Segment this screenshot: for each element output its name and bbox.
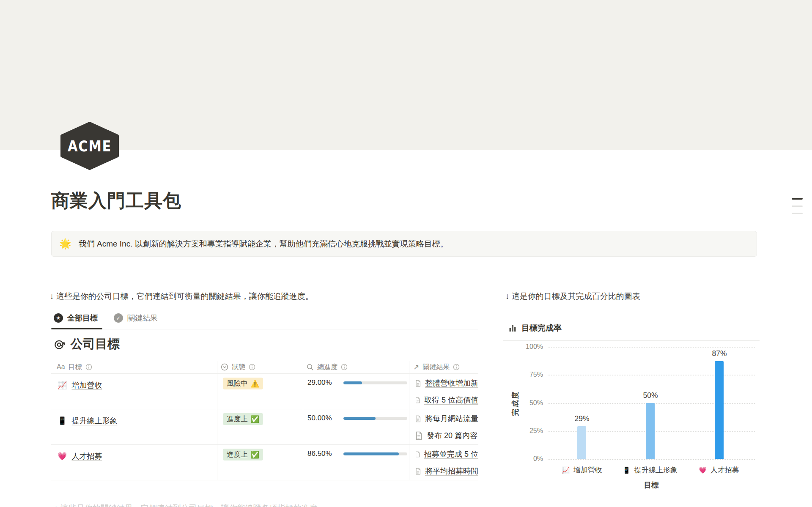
bar-value-label: 50% <box>634 391 667 400</box>
y-tick: 25% <box>495 426 543 436</box>
cover-image <box>0 0 812 150</box>
chart-increasing-emoji: 📈 <box>562 466 570 474</box>
progress-percent: 50.00% <box>307 414 337 422</box>
goal-page-link[interactable]: 人才招募 <box>71 451 102 461</box>
logo-text: ACME <box>68 137 112 155</box>
tab-all-goals[interactable]: ★ 全部目標 <box>51 311 101 327</box>
target-arrow-icon <box>54 338 66 350</box>
progress-cell: 29.00% <box>307 378 407 387</box>
page-icon <box>415 379 421 388</box>
mobile-phone-emoji: 📱 <box>623 466 631 474</box>
key-result-link[interactable]: 將每月網站流量 <box>415 412 478 425</box>
left-intro-text: ↓ 這些是你的公司目標，它們連結到可衡量的關鍵結果，讓你能追蹤進度。 <box>50 291 313 302</box>
category-text: 增加營收 <box>573 465 602 475</box>
right-intro-text: ↓ 這是你的目標及其完成百分比的圖表 <box>505 291 640 302</box>
info-icon[interactable] <box>249 364 255 370</box>
progress-cell: 86.50% <box>307 449 407 458</box>
growing-heart-emoji: 💗 <box>58 452 67 461</box>
status-badge[interactable]: 風險中 ⚠️ <box>223 378 263 389</box>
bar-value-label: 87% <box>702 349 736 358</box>
chart-divider <box>503 340 760 341</box>
key-result-link[interactable]: 整體營收增加新 <box>415 377 478 389</box>
key-result-link[interactable]: 發布 20 篇內容 <box>415 429 478 442</box>
outline-item[interactable] <box>792 198 803 200</box>
status-label: 進度上 <box>227 414 248 424</box>
key-result-link[interactable]: 取得 5 位高價值 <box>415 394 478 406</box>
bar-goal-2 <box>646 403 655 459</box>
status-cell[interactable]: 風險中 ⚠️ <box>223 378 263 389</box>
column-label: 狀態 <box>232 363 245 372</box>
key-result-text: 整體營收增加新 <box>425 378 478 388</box>
tab-label: 關鍵結果 <box>127 313 158 323</box>
page-icon <box>415 396 420 405</box>
key-result-text: 將平均招募時間 <box>425 466 478 476</box>
relation-arrow-icon: ↗ <box>413 363 419 372</box>
goal-cell[interactable]: 💗 人才招募 <box>58 450 102 463</box>
key-results-cell: 招募並完成 5 位 將平均招募時間 <box>415 448 478 480</box>
goal-page-link[interactable]: 增加營收 <box>71 380 102 390</box>
bar-goal-1 <box>577 426 586 459</box>
database-title-text: 公司目標 <box>71 336 120 353</box>
page-icon <box>415 414 421 423</box>
outline-item[interactable] <box>792 213 803 214</box>
x-category-label: 💗 人才招募 <box>672 465 765 475</box>
goal-cell[interactable]: 📱 提升線上形象 <box>58 414 117 427</box>
chart-increasing-emoji: 📈 <box>58 381 67 390</box>
status-cell[interactable]: 進度上 ✅ <box>223 449 263 460</box>
status-badge[interactable]: 進度上 ✅ <box>223 413 263 425</box>
page: ACME 商業入門工具包 🌟 我們 Acme Inc. 以創新的解決方案和專業指… <box>0 0 812 507</box>
status-label: 風險中 <box>227 379 248 388</box>
database-title: 公司目標 <box>54 336 120 353</box>
column-label: 關鍵結果 <box>422 363 450 372</box>
info-icon[interactable] <box>453 364 460 370</box>
key-result-link[interactable]: 將平均招募時間 <box>415 465 478 477</box>
page-icon <box>415 450 420 459</box>
table-row: 📱 提升線上形象 進度上 ✅ 50.00% 將每月網站流量 發布 20 篇內容 <box>51 409 478 444</box>
progress-percent: 86.50% <box>307 449 337 458</box>
clipped-bottom-text: ↓ 這些是你的關鍵結果，它們連結到公司目標，讓你能追蹤各項指標的進度。 <box>54 503 481 507</box>
outline-item[interactable] <box>792 206 803 207</box>
tab-label: 全部目標 <box>67 313 98 323</box>
table-row: 💗 人才招募 進度上 ✅ 86.50% 招募並完成 5 位 將平均招募時間 <box>51 444 478 480</box>
category-text: 人才招募 <box>710 465 739 475</box>
column-header-status[interactable]: 狀態 <box>221 361 255 373</box>
acme-logo: ACME <box>59 122 121 170</box>
tab-key-results[interactable]: ✓ 關鍵結果 <box>111 311 161 327</box>
status-badge[interactable]: 進度上 ✅ <box>223 449 263 460</box>
view-tabs: ★ 全部目標 ✓ 關鍵結果 <box>51 311 161 327</box>
info-icon[interactable] <box>85 364 92 370</box>
growing-heart-emoji: 💗 <box>699 466 707 474</box>
gridline-75 <box>548 375 755 375</box>
x-axis-title: 目標 <box>609 480 694 490</box>
y-tick: 75% <box>495 370 543 379</box>
column-header-progress[interactable]: 總進度 <box>306 361 348 373</box>
bar-goal-3 <box>715 361 724 459</box>
bar-value-label: 29% <box>565 414 599 423</box>
page-title: 商業入門工具包 <box>51 189 181 213</box>
chart-title-text: 目標完成率 <box>521 323 562 334</box>
progress-bar <box>343 417 407 420</box>
column-label: 總進度 <box>317 363 337 372</box>
page-outline-widget[interactable] <box>792 198 803 220</box>
key-result-text: 招募並完成 5 位 <box>424 449 478 459</box>
tabbar-divider <box>51 329 478 329</box>
text-property-icon: Aa <box>57 363 65 371</box>
page-icon <box>415 431 423 440</box>
status-cell[interactable]: 進度上 ✅ <box>223 413 263 425</box>
active-tab-underline <box>51 328 102 329</box>
key-results-cell: 整體營收增加新 取得 5 位高價值 <box>415 377 478 409</box>
mobile-phone-emoji: 📱 <box>58 416 67 425</box>
chart-title: 目標完成率 <box>508 323 562 334</box>
star-circle-icon: ★ <box>54 313 63 323</box>
callout-text: 我們 Acme Inc. 以創新的解決方案和專業指導賦能企業，幫助他們充滿信心地… <box>79 238 448 249</box>
row-divider <box>51 480 478 480</box>
progress-percent: 29.00% <box>307 378 337 387</box>
column-header-goal[interactable]: Aa 目標 <box>57 361 92 373</box>
goal-page-link[interactable]: 提升線上形象 <box>71 416 117 426</box>
column-header-key-results[interactable]: ↗ 關鍵結果 <box>413 361 460 373</box>
gridline-100 <box>548 347 755 348</box>
key-result-link[interactable]: 招募並完成 5 位 <box>415 448 478 460</box>
info-icon[interactable] <box>341 364 348 370</box>
check-mark-emoji: ✅ <box>251 415 260 423</box>
goal-cell[interactable]: 📈 增加營收 <box>58 379 102 392</box>
